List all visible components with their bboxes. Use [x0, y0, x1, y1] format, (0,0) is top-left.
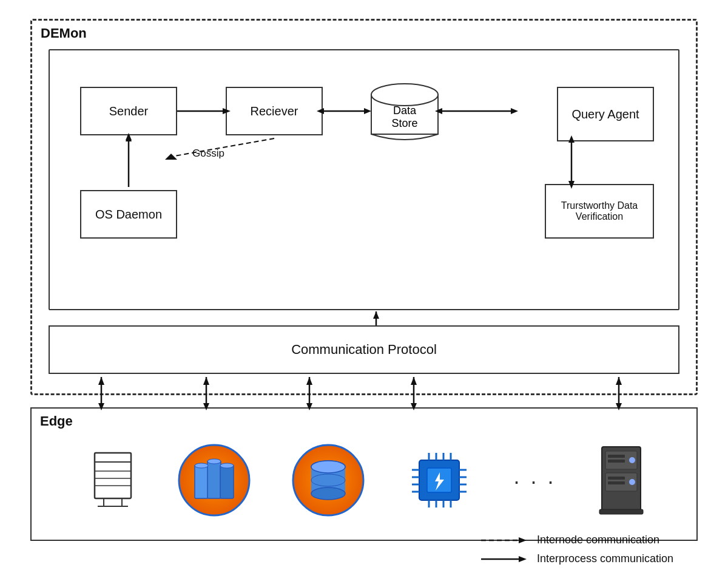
svg-marker-84	[411, 403, 417, 410]
svg-marker-6	[165, 154, 177, 160]
trustworthy-box: Trurstworthy Data Verification	[545, 184, 654, 239]
svg-marker-82	[306, 377, 312, 385]
edge-icons-row: · · ·	[68, 433, 672, 530]
svg-marker-92	[519, 556, 527, 562]
demon-label: DEMon	[41, 25, 87, 41]
svg-marker-78	[203, 403, 209, 410]
reciever-box: Reciever	[226, 87, 323, 135]
legend: Internode communication Interprocess com…	[481, 534, 673, 565]
edge-ellipsis: · · ·	[513, 469, 556, 494]
datastore-label: DataStore	[391, 104, 417, 130]
svg-point-68	[629, 479, 635, 485]
svg-point-1	[371, 84, 438, 106]
svg-marker-79	[203, 377, 209, 385]
svg-point-42	[311, 487, 345, 500]
svg-rect-72	[608, 481, 625, 484]
svg-point-44	[311, 461, 345, 473]
svg-marker-90	[519, 537, 527, 543]
svg-line-5	[171, 138, 274, 157]
edge-icon-server-dark	[597, 444, 652, 519]
legend-dashed: Internode communication	[481, 534, 673, 546]
svg-rect-23	[95, 453, 131, 498]
svg-point-43	[311, 474, 345, 486]
os-daemon-box: OS Daemon	[80, 190, 177, 239]
dashed-arrow-icon	[481, 534, 530, 546]
svg-marker-76	[98, 377, 104, 385]
comm-to-edge-arrows	[30, 374, 698, 423]
svg-point-37	[207, 459, 221, 464]
svg-point-67	[629, 457, 635, 463]
svg-rect-33	[195, 465, 208, 498]
svg-rect-35	[220, 465, 234, 498]
svg-rect-70	[608, 460, 625, 463]
dashed-arrow-label: Internode communication	[537, 534, 659, 546]
svg-point-38	[220, 463, 234, 468]
svg-text:Gossip: Gossip	[192, 148, 224, 159]
solid-arrow-label: Interprocess communication	[537, 552, 673, 565]
svg-rect-73	[599, 509, 643, 514]
svg-rect-71	[608, 477, 625, 480]
edge-icon-database-orange	[292, 444, 365, 519]
datastore-cylinder: DataStore	[365, 80, 444, 146]
svg-rect-69	[608, 455, 625, 458]
svg-marker-13	[511, 108, 518, 114]
edge-icon-cpu	[406, 447, 473, 516]
sender-box: Sender	[80, 87, 177, 135]
comm-protocol-box: Communication Protocol	[49, 325, 679, 374]
svg-marker-88	[616, 377, 622, 385]
demon-inner-box: Sender Reciever DataStore Query Ag	[49, 49, 679, 310]
svg-point-36	[195, 463, 208, 468]
edge-icon-server-simple	[89, 447, 137, 516]
edge-outer-box: Edge	[30, 407, 698, 541]
edge-icon-cluster-orange	[178, 444, 251, 519]
svg-marker-85	[411, 377, 417, 385]
solid-arrow-icon	[481, 553, 530, 565]
legend-solid: Interprocess communication	[481, 552, 673, 565]
svg-marker-75	[98, 403, 104, 410]
diagram-wrapper: DEMon Sender Reciever DataStore	[30, 19, 698, 565]
query-agent-box: Query Agent	[557, 87, 654, 141]
svg-marker-81	[306, 403, 312, 410]
svg-marker-22	[373, 311, 379, 319]
svg-rect-34	[207, 461, 221, 498]
svg-marker-87	[616, 403, 622, 410]
